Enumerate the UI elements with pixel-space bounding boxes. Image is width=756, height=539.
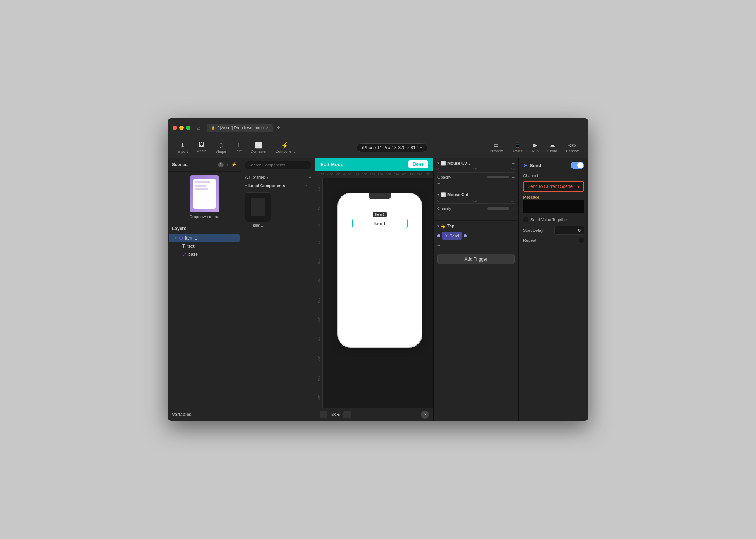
trigger-tap-add-icon[interactable]: + <box>437 241 440 249</box>
container-icon: ⬜ <box>255 142 262 149</box>
layer-name-item1: Item 1 <box>185 236 235 241</box>
maximize-button[interactable] <box>186 126 190 130</box>
search-input[interactable] <box>245 161 311 169</box>
close-button[interactable] <box>173 126 177 130</box>
layer-item-base[interactable]: ⬡ base <box>169 250 240 258</box>
preview-button[interactable]: ▭ Preview <box>486 140 507 155</box>
send-value-together-checkbox[interactable] <box>523 217 528 222</box>
trigger-tap-remove[interactable]: − <box>512 223 515 229</box>
repeat-checkbox[interactable] <box>579 238 584 243</box>
scene-thumb-line3 <box>195 188 208 190</box>
trigger-chevron-icon[interactable]: ▾ <box>437 161 439 165</box>
ruler-num-04: 0.4 <box>511 168 515 171</box>
upload-icon[interactable]: ↑ <box>305 183 307 188</box>
mouse-out-remove-icon[interactable]: − <box>512 206 515 212</box>
import-label: Import <box>177 150 188 154</box>
mouse-out-opacity-label: Opacity <box>437 206 485 211</box>
help-button[interactable]: ? <box>421 411 429 419</box>
add-scene-button[interactable]: + <box>226 162 229 168</box>
ruler-top-numbers: -150 -100 -50 0 50 100 150 200 250 300 3… <box>317 172 432 176</box>
send-action-icon: ➤ <box>445 233 448 238</box>
opacity-bar <box>487 176 509 178</box>
variables-label: Variables <box>172 412 192 417</box>
text-icon: T <box>237 142 240 148</box>
components-search-area <box>241 158 315 172</box>
item-row[interactable]: Item 1 <box>352 219 408 228</box>
trigger-chevron-icon[interactable]: ▾ <box>437 193 439 196</box>
device-selector[interactable]: iPhone 11 Pro / X 375 × 812 ▾ <box>357 143 427 152</box>
opacity-row: Opacity − <box>437 174 515 180</box>
app-window: ⌂ 🔒 * [Asset] Dropdown menu × + ⬇ Import… <box>168 118 588 421</box>
cloud-button[interactable]: ☁ Cloud <box>544 140 561 155</box>
media-tool[interactable]: 🖼 Media <box>193 140 210 155</box>
layer-item-text[interactable]: T text <box>169 242 240 250</box>
ruler-left-num: 50 <box>317 241 320 244</box>
tap-chevron-icon[interactable]: ▾ <box>437 224 439 228</box>
component-item-1[interactable]: — Item 1 <box>245 192 271 227</box>
tap-dot-right-icon <box>464 234 467 237</box>
mouse-out-opacity-row: Opacity − <box>437 206 515 212</box>
ruler-num-0: 0 <box>437 168 439 171</box>
canvas-scroll[interactable]: -100 -50 0 50 100 200 300 400 500 600 70… <box>315 178 433 408</box>
trigger-mouse-over-remove[interactable]: − <box>512 160 515 166</box>
minimize-button[interactable] <box>179 126 184 130</box>
send-action-name: Send <box>450 234 459 238</box>
scene-thumbnail[interactable] <box>190 175 219 212</box>
handoff-button[interactable]: </> Handoff <box>562 141 583 155</box>
ruler-left-num: 800 <box>317 395 320 400</box>
send-toggle[interactable] <box>571 162 584 169</box>
ruler-num: 300 <box>386 172 391 176</box>
container-tool[interactable]: ⬜ Container <box>247 140 270 155</box>
trigger-mouse-out-remove[interactable]: − <box>512 192 515 198</box>
import-tool[interactable]: ⬇ Import <box>173 140 191 155</box>
shape-icon: ⬡ <box>218 142 223 149</box>
trigger-mouse-out-add-icon[interactable]: + <box>437 211 440 219</box>
add-trigger-button[interactable]: Add Trigger <box>437 254 515 264</box>
layer-name-base: base <box>188 252 235 257</box>
layer-item-1[interactable]: ▾ ⬡ Item 1 <box>169 234 240 242</box>
opacity-remove-icon[interactable]: − <box>512 174 515 180</box>
library-selector[interactable]: All libraries ▾ ≡ <box>241 172 315 182</box>
tab-asset-dropdown[interactable]: 🔒 * [Asset] Dropdown menu × <box>207 124 272 132</box>
right-panel: ▾ ⬜ Mouse Ov... − 0 0.2 0.4 Opacity <box>433 158 588 421</box>
opacity-label: Opacity <box>437 175 485 179</box>
edit-mode-bar: Edit Mode Done <box>315 158 433 171</box>
ruler-num: -150 <box>318 172 324 176</box>
message-input[interactable] <box>523 200 584 213</box>
device-button[interactable]: 📱 Device <box>508 140 527 155</box>
local-components-header: ▾ Local Components ↑ + <box>241 182 315 189</box>
components-grid: — Item 1 <box>241 189 315 230</box>
toolbar-center: iPhone 11 Pro / X 375 × 812 ▾ <box>300 143 485 152</box>
zoom-out-button[interactable]: − <box>320 411 327 418</box>
channel-dropdown-wrapper: Send to Current Scene ▾ <box>523 181 584 192</box>
ruler-num-02: 0.2 <box>473 199 477 202</box>
new-tab-button[interactable]: + <box>274 123 283 132</box>
add-component-icon[interactable]: + <box>309 183 311 188</box>
run-button[interactable]: ▶ Run <box>528 140 542 155</box>
trigger-add-icon[interactable]: + <box>437 180 440 187</box>
ruler-num: 350 <box>394 172 399 176</box>
channel-dropdown[interactable]: Send to Current Scene ▾ <box>523 181 584 192</box>
canvas-content[interactable]: Item 1 Item 1 <box>323 178 433 408</box>
component-tool[interactable]: ⚡ Component <box>272 140 298 155</box>
components-panel: All libraries ▾ ≡ ▾ Local Components ↑ +… <box>241 158 315 421</box>
tab-close-icon[interactable]: × <box>266 126 268 130</box>
text-tool[interactable]: T Text <box>231 140 245 155</box>
mouse-out-icon: ⬜ <box>441 192 446 197</box>
variables-section[interactable]: Variables <box>168 408 241 421</box>
channel-value: Send to Current Scene <box>528 184 573 189</box>
scene-thumb-line1 <box>195 181 210 183</box>
start-delay-input[interactable]: 0 <box>554 226 584 235</box>
ruler-num: 0 <box>343 172 345 176</box>
list-view-icon[interactable]: ≡ <box>309 175 311 180</box>
repeat-row: Repeat <box>523 238 584 243</box>
shape-tool[interactable]: ⬡ Shape <box>212 140 230 155</box>
zoom-in-button[interactable]: + <box>343 411 351 418</box>
edit-mode-label: Edit Mode <box>320 162 343 167</box>
scene-thumb-line2 <box>195 185 206 187</box>
home-icon[interactable]: ⌂ <box>197 125 200 131</box>
ruler-left-num: 0 <box>317 224 320 226</box>
send-action-row[interactable]: ➤ Send <box>442 232 462 240</box>
done-button[interactable]: Done <box>408 160 428 168</box>
scene-thumb-inner <box>193 179 216 209</box>
